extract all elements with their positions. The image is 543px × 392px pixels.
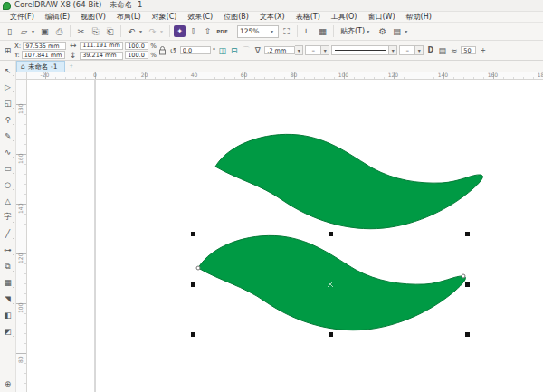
selection-handle-bottom-center[interactable]: [329, 332, 333, 337]
paste-icon[interactable]: ⎗: [103, 24, 117, 39]
connector-tool[interactable]: ⊶: [1, 242, 15, 258]
selection-handle-bottom-right[interactable]: [465, 332, 470, 337]
scale-x-input[interactable]: [125, 42, 148, 50]
menu-text[interactable]: 文本(X): [255, 12, 290, 23]
mirror-vertical-icon[interactable]: ⊟: [229, 46, 239, 55]
menu-object[interactable]: 对象(C): [148, 12, 182, 23]
lock-ratio-icon[interactable]: [158, 45, 167, 55]
cut-icon[interactable]: ✂: [74, 24, 88, 39]
shape-tool[interactable]: ▷: [1, 79, 15, 95]
parallel-dimension-tool-icon: ╱: [5, 229, 10, 238]
outline-width-dropdown-icon[interactable]: ▾: [295, 45, 303, 55]
quick-customize-button[interactable]: ⊕: [1, 376, 15, 392]
selection-handle-mid-left[interactable]: [191, 282, 195, 287]
vertical-ruler[interactable]: 180 160 140 120 100 80: [16, 80, 27, 392]
polygon-tool[interactable]: △: [1, 193, 15, 209]
parallel-dimension-tool[interactable]: ╱: [1, 225, 15, 242]
end-arrowhead-dropdown-icon[interactable]: ▾: [415, 45, 424, 55]
end-arrowhead-value: –: [406, 47, 410, 54]
zoom-tool[interactable]: ⚲: [1, 111, 15, 128]
menu-view[interactable]: 视图(V): [76, 12, 110, 23]
round-corner-icon[interactable]: ⌒: [241, 44, 251, 56]
smart-fill-tool[interactable]: ◩: [1, 323, 15, 339]
selection-handle-top-right[interactable]: [465, 232, 470, 236]
horizontal-ruler[interactable]: -20 0 20 40 60 80 100 120 140 160 180: [27, 72, 543, 80]
copy-icon[interactable]: ⎘: [89, 24, 102, 39]
redo-dropdown-icon[interactable]: ▾: [160, 28, 166, 34]
options-gear-icon[interactable]: ⚙: [376, 24, 389, 39]
show-rulers-icon[interactable]: ∟: [301, 24, 315, 39]
fullscreen-preview-icon[interactable]: ⛶: [280, 24, 293, 39]
menu-effects[interactable]: 效果(C): [183, 12, 217, 23]
object-height-input[interactable]: [80, 52, 123, 60]
selection-handle-mid-right[interactable]: [465, 282, 470, 287]
selection-handle-top-center[interactable]: [329, 232, 333, 236]
selection-handle-bottom-left[interactable]: [191, 332, 195, 337]
object-x-input[interactable]: [23, 42, 66, 50]
object-width-icon: ↔: [68, 41, 78, 50]
scale-y-input[interactable]: [125, 51, 148, 59]
interactive-fill-tool[interactable]: ◧: [1, 307, 15, 323]
menu-edit[interactable]: 编辑(E): [41, 12, 74, 23]
undo-dropdown-icon[interactable]: ▾: [139, 28, 145, 34]
drop-shadow-tool[interactable]: ⧉: [1, 258, 15, 274]
start-arrowhead-select[interactable]: –: [305, 45, 321, 55]
object-width-input[interactable]: [80, 42, 123, 50]
rotation-angle-input[interactable]: [180, 46, 211, 54]
transparency-tool[interactable]: ▦: [1, 274, 15, 291]
print-icon[interactable]: ⎙: [52, 24, 66, 39]
text-wrap-icon[interactable]: ▤: [437, 46, 447, 55]
launcher-dropdown-icon[interactable]: ▾: [405, 28, 410, 34]
open-dropdown-icon[interactable]: ▾: [32, 28, 37, 34]
menu-file[interactable]: 文件(F): [5, 12, 39, 23]
redo-icon[interactable]: ↷: [146, 24, 159, 39]
crop-tool[interactable]: ◱: [1, 95, 15, 111]
menu-tools[interactable]: 工具(O): [327, 12, 362, 23]
ellipse-tool[interactable]: ○: [1, 177, 15, 193]
undo-icon[interactable]: ↶: [125, 24, 138, 39]
line-style-select[interactable]: [331, 45, 389, 55]
menu-bitmaps[interactable]: 位图(B): [219, 12, 253, 23]
import-icon[interactable]: ⇩: [186, 24, 200, 39]
menu-help[interactable]: 帮助(H): [402, 12, 436, 23]
save-icon[interactable]: ▣: [38, 24, 52, 39]
freehand-tool[interactable]: ✎: [1, 128, 15, 144]
object-y-input[interactable]: [22, 51, 65, 59]
search-content-icon[interactable]: ✦: [174, 25, 186, 37]
line-style-preview: [335, 50, 386, 51]
smoothness-stepper-icon[interactable]: ＋: [478, 44, 488, 56]
snap-to-dropdown[interactable]: 贴齐(T) ▾: [338, 25, 375, 38]
menu-table[interactable]: 表格(T): [291, 12, 325, 23]
title-bar: CorelDRAW X8 (64-Bit) - 未命名 -1: [0, 0, 543, 12]
end-arrowhead-select[interactable]: –: [399, 45, 415, 55]
selection-handle-top-left[interactable]: [191, 232, 195, 236]
start-arrowhead-dropdown-icon[interactable]: ▾: [321, 45, 329, 55]
color-eyedropper-tool[interactable]: ◥: [1, 291, 15, 307]
menu-layout[interactable]: 布局(L): [112, 12, 146, 23]
artistic-media-tool[interactable]: ∿: [1, 144, 15, 160]
outline-width-input[interactable]: [264, 46, 295, 54]
pick-tool[interactable]: ↖: [1, 62, 15, 79]
mirror-horizontal-icon[interactable]: ◫: [217, 46, 227, 55]
toolbar-separator: [297, 25, 298, 37]
document-tab[interactable]: ⌂ 未命名 -1: [16, 61, 65, 72]
ruler-origin-corner[interactable]: [16, 72, 27, 80]
show-grid-icon[interactable]: ▦: [316, 24, 329, 39]
new-document-icon[interactable]: ▯: [3, 24, 16, 39]
zoom-level-select[interactable]: 125% ▾: [237, 25, 279, 38]
smoothness-input[interactable]: [461, 46, 476, 54]
curve-node-start[interactable]: [196, 266, 200, 270]
export-icon[interactable]: ⇧: [201, 24, 214, 39]
curve-object-top[interactable]: [215, 134, 482, 228]
app-launcher-icon[interactable]: ▤: [390, 24, 404, 39]
open-icon[interactable]: ▱: [17, 24, 31, 39]
publish-pdf-icon[interactable]: PDF: [215, 24, 229, 39]
curve-node-end[interactable]: [462, 274, 465, 278]
close-curve-icon[interactable]: D: [425, 46, 435, 54]
menu-window[interactable]: 窗口(W): [363, 12, 399, 23]
new-tab-button[interactable]: ＋: [65, 61, 76, 72]
line-style-dropdown-icon[interactable]: ▾: [389, 45, 397, 55]
text-tool[interactable]: 字: [1, 209, 15, 225]
drawing-canvas[interactable]: [27, 80, 543, 392]
rectangle-tool[interactable]: ▭: [1, 160, 15, 177]
